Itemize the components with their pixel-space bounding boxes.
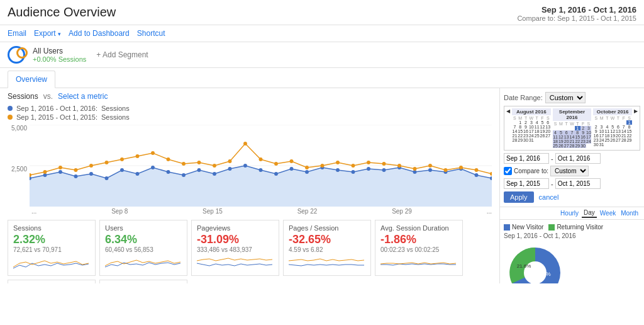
day-button[interactable]: Day [582, 208, 597, 218]
legend-dot-orange [8, 115, 13, 120]
shortcut-button[interactable]: Shortcut [137, 28, 165, 39]
calendar-nav-next[interactable]: ▶ [634, 108, 638, 148]
svg-point-45 [197, 161, 201, 164]
tab-overview[interactable]: Overview [8, 71, 55, 88]
hourly-button[interactable]: Hourly [558, 208, 580, 218]
svg-point-54 [336, 161, 340, 164]
svg-point-23 [336, 168, 340, 172]
pie-chart-svg: 78.4% 21.6% [504, 241, 567, 283]
svg-point-19 [274, 172, 278, 176]
compare-select[interactable]: Custom [550, 166, 589, 176]
pie-returning-label: Returning Visitor [557, 224, 603, 231]
stat-users-mini-chart [105, 256, 182, 271]
svg-point-25 [367, 167, 370, 171]
apply-button[interactable]: Apply [504, 191, 534, 203]
stat-avg-session-detail: 00:02:23 vs 00:02:25 [380, 246, 457, 253]
svg-point-40 [120, 157, 124, 161]
month-button[interactable]: Month [619, 208, 640, 218]
stat-avg-session-value: -1.86% [380, 233, 457, 246]
pie-new-color [504, 224, 510, 231]
export-dropdown-icon: ▾ [58, 31, 61, 37]
svg-point-18 [259, 168, 263, 172]
pie-date-1: Sep 1, 2016 - Oct 1, 2016 [504, 232, 640, 239]
calendar-container: ◀ August 2016 SMTWTFS 123456 78910111213… [504, 106, 640, 151]
y-axis: 5,000 2,500 [8, 125, 30, 207]
x-label-sep22: Sep 22 [297, 208, 318, 215]
date-dash: - [551, 155, 553, 162]
add-dashboard-button[interactable]: Add to Dashboard [69, 28, 130, 39]
start-date-input[interactable] [504, 153, 549, 164]
compare-checkbox[interactable] [504, 167, 512, 175]
pie-returning-pct: 78.4% [535, 271, 551, 277]
legend-metric-1: Sessions [101, 105, 130, 112]
svg-point-52 [305, 166, 309, 169]
add-segment-button[interactable]: + Add Segment [96, 50, 148, 59]
svg-point-56 [367, 161, 370, 164]
svg-point-57 [382, 162, 386, 166]
calendar-august-title: August 2016 [512, 108, 551, 115]
stat-pages-session-label: Pages / Session [289, 224, 365, 232]
svg-point-42 [151, 151, 155, 155]
compare-end-date-input[interactable] [555, 178, 601, 189]
email-button[interactable]: Email [8, 28, 26, 39]
stat-pages-session: Pages / Session -32.65% 4.59 vs 6.82 [283, 220, 371, 276]
stat-users: Users 6.34% 60,460 vs 56,853 [99, 220, 187, 276]
svg-point-46 [213, 164, 216, 168]
stat-sessions-label: Sessions [13, 224, 90, 232]
svg-point-7 [89, 172, 93, 176]
segment-icon [8, 46, 28, 64]
header-date-range: Sep 1, 2016 - Oct 1, 2016 Compare to: Se… [517, 5, 636, 22]
stat-users-detail: 60,460 vs 56,853 [105, 246, 182, 253]
compare-start-date-input[interactable] [504, 178, 549, 189]
x-label-sep29: Sep 29 [392, 208, 412, 215]
svg-point-37 [74, 168, 78, 172]
stat-avg-session: Avg. Session Duration -1.86% 00:02:23 vs… [375, 220, 463, 276]
svg-point-53 [321, 164, 325, 168]
chart-svg [30, 125, 492, 207]
cancel-button[interactable]: cancel [539, 193, 559, 201]
y-mid: 2,500 [8, 166, 27, 173]
compare-date-dash: - [551, 180, 553, 188]
svg-point-20 [290, 167, 294, 171]
stat-sessions: Sessions 2.32% 72,621 vs 70,971 [8, 220, 96, 276]
svg-point-38 [89, 164, 93, 168]
svg-point-26 [382, 168, 386, 172]
date-range-select[interactable]: Custom [545, 92, 586, 103]
header-main-range: Sep 1, 2016 - Oct 1, 2016 [517, 5, 636, 14]
svg-point-44 [182, 162, 186, 166]
page-title: Audience Overview [8, 5, 116, 20]
stat-pageviews: Pageviews -31.09% 333,486 vs 483,937 [191, 220, 279, 276]
select-metric-link[interactable]: Select a metric [58, 92, 108, 101]
svg-point-48 [243, 142, 247, 145]
stat-avg-session-label: Avg. Session Duration [380, 224, 457, 232]
export-button[interactable]: Export ▾ [34, 28, 61, 39]
legend-period-1: Sep 1, 2016 - Oct 1, 2016: [16, 105, 97, 112]
svg-point-63 [475, 168, 479, 172]
vs-label: vs. [43, 92, 53, 101]
pie-new-pct: 21.6% [517, 263, 531, 269]
stat-sessions-mini-chart [13, 256, 90, 271]
y-max: 5,000 [8, 125, 27, 132]
stat-users-label: Users [105, 224, 182, 232]
svg-point-62 [459, 166, 463, 169]
svg-point-16 [228, 167, 232, 171]
end-date-input[interactable] [555, 153, 601, 164]
calendar-nav-prev[interactable]: ◀ [506, 108, 510, 148]
svg-point-61 [444, 168, 448, 172]
svg-point-39 [105, 161, 109, 164]
svg-point-60 [428, 164, 432, 168]
x-label-start: ... [31, 208, 36, 215]
svg-point-59 [413, 167, 417, 171]
week-button[interactable]: Week [598, 208, 618, 218]
pie-returning-color [548, 224, 555, 231]
stat-sessions-value: 2.32% [13, 233, 90, 246]
svg-point-8 [105, 176, 109, 180]
calendar-october-title: October 2016 [593, 108, 632, 115]
svg-point-47 [228, 159, 232, 163]
calendar-september-title: September 2016 [553, 108, 592, 121]
apply-cancel-row: Apply cancel [504, 191, 640, 203]
stat-pages-session-detail: 4.59 vs 6.82 [289, 246, 365, 253]
calendar-september: September 2016 SMTWTFS 123 45678910 1112… [553, 108, 592, 148]
pie-chart-container: 78.4% 21.6% [504, 241, 640, 283]
tab-bar: Overview [0, 68, 644, 88]
